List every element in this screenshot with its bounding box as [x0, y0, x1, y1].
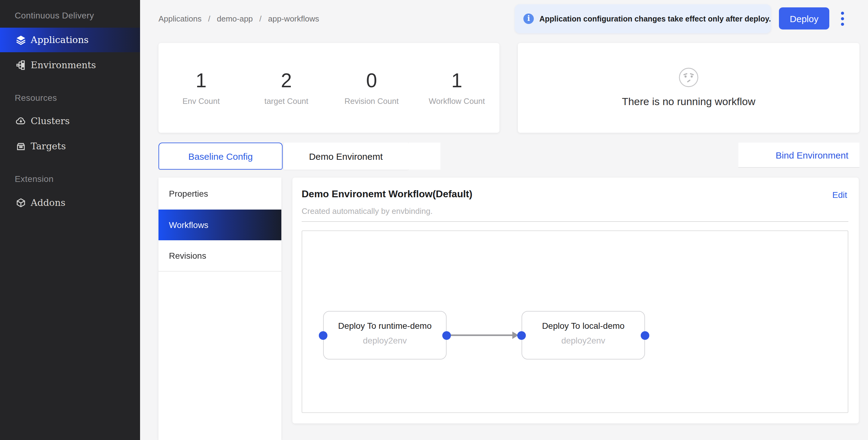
tab-strip-spacer	[408, 143, 440, 170]
config-menu: Properties Workflows Revisions	[158, 178, 281, 440]
sidebar-item-applications[interactable]: Applications	[0, 28, 140, 52]
deploy-alert: i Application configuration changes take…	[515, 4, 771, 33]
stat-label: target Count	[244, 96, 329, 106]
sidebar-item-clusters[interactable]: Clusters	[0, 109, 140, 134]
bind-environment-link[interactable]: Bind Environment	[776, 150, 848, 160]
sidebar: Continuous Delivery Applications	[0, 0, 140, 440]
empty-workflow-message: There is no running workflow	[622, 96, 755, 108]
breadcrumb-app-workflows: app-workflows	[268, 14, 319, 23]
breadcrumb-applications[interactable]: Applications	[158, 14, 202, 23]
main-content: Applications / demo-app / app-workflows …	[140, 0, 868, 440]
workflow-title: Demo Environemt Workflow(Default)	[302, 189, 472, 200]
sidebar-section-resources: Resources	[15, 93, 57, 102]
layers-icon	[16, 35, 26, 45]
topology-icon	[16, 60, 26, 70]
menu-item-label: Revisions	[169, 251, 206, 261]
tab-label: Demo Environemt	[309, 151, 383, 161]
menu-item-properties[interactable]: Properties	[158, 178, 281, 210]
info-icon: i	[523, 13, 534, 24]
deploy-button[interactable]: Deploy	[779, 7, 829, 29]
tab-label: Baseline Config	[188, 151, 253, 161]
workflow-status-card: There is no running workflow	[518, 43, 859, 133]
stat-workflow-count: 1 Workflow Count	[414, 70, 500, 106]
node-port-icon[interactable]	[517, 331, 526, 340]
stat-value: 0	[329, 70, 414, 91]
node-title: Deploy To runtime-demo	[324, 321, 446, 331]
cloud-icon	[16, 116, 26, 126]
stat-label: Env Count	[158, 96, 244, 106]
stat-target-count: 2 target Count	[244, 70, 329, 106]
menu-item-revisions[interactable]: Revisions	[158, 240, 281, 272]
sidebar-item-label: Environments	[31, 60, 96, 71]
sidebar-item-targets[interactable]: Targets	[0, 134, 140, 158]
app-title: Continuous Delivery	[15, 10, 94, 20]
sidebar-item-label: Clusters	[31, 116, 70, 126]
workflow-panel: Demo Environemt Workflow(Default) Edit C…	[292, 178, 859, 423]
sidebar-section-extension: Extension	[15, 174, 54, 184]
stat-env-count: 1 Env Count	[158, 70, 244, 106]
panel-divider	[302, 221, 848, 222]
edit-link[interactable]: Edit	[832, 190, 847, 200]
menu-item-label: Properties	[169, 189, 208, 199]
node-subtitle: deploy2env	[522, 335, 644, 345]
sidebar-item-environments[interactable]: Environments	[0, 53, 140, 78]
sidebar-item-label: Applications	[31, 34, 89, 46]
stat-label: Workflow Count	[414, 96, 500, 106]
workflow-subtitle: Created automatically by envbinding.	[302, 206, 432, 216]
sidebar-item-addons[interactable]: Addons	[0, 190, 140, 215]
cube-icon	[16, 198, 26, 208]
stat-value: 1	[158, 70, 244, 91]
sidebar-item-label: Targets	[31, 141, 66, 152]
breadcrumb-demo-app[interactable]: demo-app	[217, 14, 253, 23]
workflow-node-local-demo[interactable]: Deploy To local-demo deploy2env	[522, 311, 645, 359]
node-title: Deploy To local-demo	[522, 321, 644, 331]
tab-demo-environemt[interactable]: Demo Environemt	[283, 143, 408, 170]
archive-icon	[16, 141, 26, 151]
menu-item-workflows[interactable]: Workflows	[158, 210, 281, 240]
menu-item-label: Workflows	[169, 220, 209, 230]
breadcrumb-separator: /	[208, 14, 210, 23]
stats-card: 1 Env Count 2 target Count 0 Revision Co…	[158, 43, 499, 133]
node-subtitle: deploy2env	[324, 335, 446, 345]
tab-baseline-config[interactable]: Baseline Config	[158, 143, 283, 170]
node-port-icon[interactable]	[641, 331, 649, 340]
sidebar-item-label: Addons	[31, 197, 65, 208]
bind-environment-bar: Bind Environment	[738, 143, 859, 168]
workflow-canvas: Deploy To runtime-demo deploy2env Deploy…	[302, 230, 848, 413]
breadcrumb-separator: /	[259, 14, 261, 23]
stat-value: 2	[244, 70, 329, 91]
alert-message: Application configuration changes take e…	[539, 14, 771, 23]
node-port-icon[interactable]	[319, 331, 328, 340]
stat-value: 1	[414, 70, 500, 91]
worried-face-icon	[679, 67, 699, 90]
kebab-menu-icon[interactable]	[837, 7, 847, 29]
workflow-node-runtime-demo[interactable]: Deploy To runtime-demo deploy2env	[323, 311, 446, 359]
stat-revision-count: 0 Revision Count	[329, 70, 414, 106]
stat-label: Revision Count	[329, 96, 414, 106]
breadcrumb: Applications / demo-app / app-workflows	[158, 14, 319, 23]
node-port-icon[interactable]	[442, 331, 451, 340]
app-root: Continuous Delivery Applications	[0, 0, 868, 440]
